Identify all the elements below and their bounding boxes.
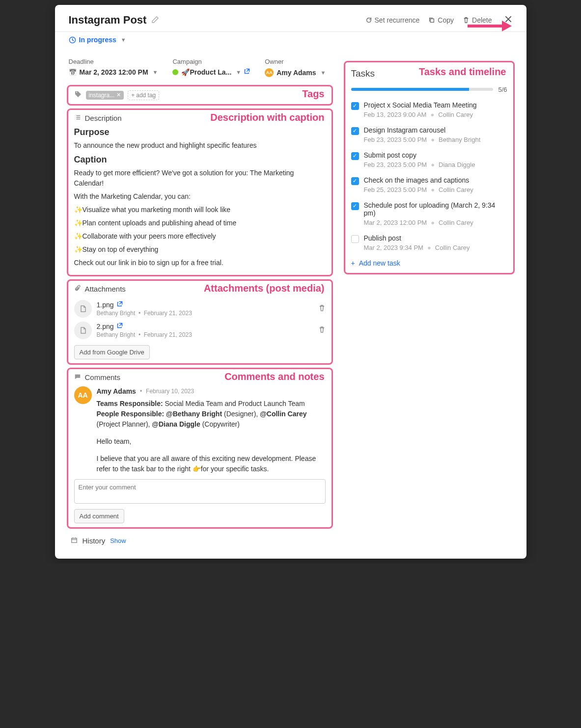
copy-label: Copy — [438, 16, 454, 24]
avatar: AA — [74, 386, 92, 404]
delete-label: Delete — [472, 16, 492, 24]
trash-icon[interactable] — [318, 304, 326, 313]
chevron-down-icon: ▼ — [121, 37, 126, 43]
history-icon — [71, 537, 78, 545]
add-tag-button[interactable]: + add tag — [128, 90, 159, 100]
external-link-icon[interactable] — [117, 323, 123, 330]
owner-label: Owner — [265, 58, 326, 65]
attachment-meta: Bethany Bright • February 21, 2023 — [97, 310, 313, 317]
task-item: ✓Submit post copyFeb 23, 2023 5:00 PM●Di… — [351, 151, 507, 168]
task-checkbox[interactable]: ✓ — [351, 127, 359, 135]
svg-rect-0 — [431, 19, 434, 22]
file-icon — [74, 300, 92, 318]
task-title[interactable]: Check on the images and captions — [364, 176, 507, 184]
remove-tag-icon[interactable]: ✕ — [116, 92, 121, 98]
description-heading: Description — [85, 114, 122, 122]
annotation-attachments: Attachments (post media) — [204, 283, 325, 294]
progress-bar — [351, 88, 494, 91]
comment-date: February 10, 2023 — [146, 387, 194, 396]
status-label: In progress — [79, 36, 116, 44]
tag-chip[interactable]: instagra... ✕ — [86, 91, 124, 100]
attachments-section: Attachments (post media) Attachments 1.p… — [67, 279, 333, 365]
plus-icon: + — [131, 92, 135, 99]
history-section: History Show — [64, 532, 336, 550]
task-meta: Feb 13, 2023 9:00 AM●Collin Carey — [364, 111, 507, 118]
annotation-tasks: Tasks and timeline — [419, 66, 506, 78]
task-meta: Mar 2, 2023 12:00 PM●Collin Carey — [364, 219, 507, 226]
task-checkbox[interactable]: ✓ — [351, 102, 359, 110]
history-label: History — [83, 537, 106, 545]
task-item: ✓Schedule post for uploading (March 2, 9… — [351, 201, 507, 226]
attachments-heading: Attachments — [85, 285, 126, 293]
tag-icon — [74, 90, 82, 100]
task-item: Publish postMar 2, 2023 9:34 PM●Collin C… — [351, 234, 507, 251]
status-row: In progress ▼ — [55, 32, 526, 52]
task-title[interactable]: Project x Social Media Team Meeting — [364, 101, 507, 109]
paperclip-icon — [74, 285, 81, 293]
deadline-value[interactable]: Mar 2, 2023 12:00 PM ▼ — [69, 68, 158, 76]
add-google-drive-button[interactable]: Add from Google Drive — [74, 345, 150, 359]
description-body[interactable]: Purpose To announce the new product and … — [74, 127, 326, 268]
close-icon[interactable] — [504, 15, 513, 26]
file-icon — [74, 322, 92, 339]
set-recurrence-label: Set recurrence — [375, 16, 420, 24]
tasks-section: Tasks and timeline Tasks 5/6 ✓Project x … — [344, 61, 515, 274]
task-title[interactable]: Design Instagram carousel — [364, 126, 507, 134]
external-link-icon[interactable] — [117, 301, 123, 308]
history-show-link[interactable]: Show — [110, 537, 126, 544]
trash-icon[interactable] — [318, 326, 326, 335]
chevron-down-icon: ▼ — [153, 69, 158, 75]
task-meta: Mar 2, 2023 9:34 PM●Collin Carey — [364, 244, 507, 251]
campaign-color-dot — [172, 69, 178, 75]
svg-rect-2 — [71, 538, 77, 542]
attachment-name[interactable]: 1.png — [97, 301, 114, 309]
campaign-value[interactable]: 🚀Product La... ▼ — [172, 68, 250, 76]
task-title[interactable]: Publish post — [364, 234, 507, 242]
comment-input[interactable] — [74, 479, 326, 504]
progress-row: 5/6 — [351, 86, 507, 93]
annotation-description: Description with caption — [210, 112, 324, 123]
comment-item: AA Amy Adams • February 10, 2023 Teams R… — [74, 386, 326, 474]
task-meta: Feb 23, 2023 5:00 PM●Bethany Bright — [364, 136, 507, 143]
comments-heading: Comments — [85, 373, 121, 381]
modal-header: Instagram Post Set recurrence Copy Delet… — [55, 5, 526, 32]
status-dropdown[interactable]: In progress ▼ — [69, 36, 126, 44]
edit-icon[interactable] — [151, 16, 159, 25]
owner-value[interactable]: AA Amy Adams ▼ — [265, 68, 326, 77]
add-task-button[interactable]: + Add new task — [351, 259, 507, 267]
modal: Instagram Post Set recurrence Copy Delet… — [55, 5, 526, 559]
copy-button[interactable]: Copy — [428, 16, 454, 24]
description-section: Description with caption Description Pur… — [67, 108, 333, 276]
attachment-meta: Bethany Bright • February 21, 2023 — [97, 331, 313, 338]
task-meta: Feb 23, 2023 5:00 PM●Diana Diggle — [364, 161, 507, 168]
set-recurrence-button[interactable]: Set recurrence — [365, 16, 420, 24]
task-title[interactable]: Schedule post for uploading (March 2, 9:… — [364, 201, 507, 217]
task-checkbox[interactable] — [351, 235, 359, 243]
task-checkbox[interactable]: ✓ — [351, 202, 359, 210]
meta-row: Deadline Mar 2, 2023 12:00 PM ▼ Campaign… — [64, 58, 336, 82]
delete-button[interactable]: Delete — [463, 16, 492, 24]
comment-icon — [74, 373, 81, 381]
add-comment-button[interactable]: Add comment — [74, 509, 124, 523]
attachment-name[interactable]: 2.png — [97, 323, 114, 330]
progress-text: 5/6 — [498, 86, 507, 93]
annotation-comments: Comments and notes — [224, 371, 324, 382]
task-checkbox[interactable]: ✓ — [351, 177, 359, 185]
task-item: ✓Design Instagram carouselFeb 23, 2023 5… — [351, 126, 507, 143]
list-icon — [74, 114, 81, 122]
attachment-item: 2.png Bethany Bright • February 21, 2023 — [74, 320, 326, 341]
task-title[interactable]: Submit post copy — [364, 151, 507, 159]
chevron-down-icon: ▼ — [321, 70, 326, 76]
avatar: AA — [265, 68, 274, 77]
task-checkbox[interactable]: ✓ — [351, 152, 359, 160]
task-item: ✓Project x Social Media Team MeetingFeb … — [351, 101, 507, 118]
comment-author: Amy Adams — [97, 386, 136, 397]
tags-section: Tags instagra... ✕ + add tag — [67, 85, 333, 106]
page-title: Instagram Post — [69, 14, 147, 27]
campaign-label: Campaign — [172, 58, 250, 65]
comments-section: Comments and notes Comments AA Amy Adams… — [67, 368, 333, 529]
calendar-icon — [69, 68, 77, 76]
attachment-item: 1.png Bethany Bright • February 21, 2023 — [74, 298, 326, 320]
plus-icon: + — [351, 259, 355, 267]
external-link-icon[interactable] — [244, 68, 250, 76]
